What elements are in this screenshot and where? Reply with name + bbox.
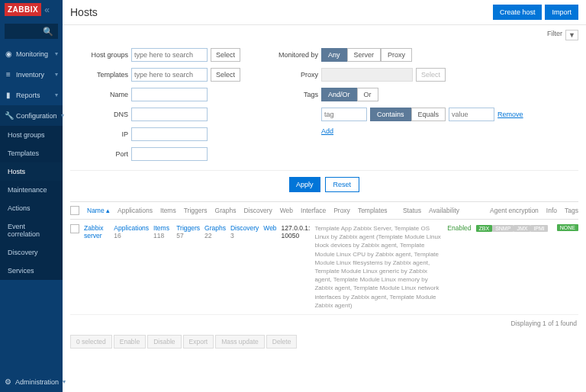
col-web: Web: [280, 207, 293, 214]
configuration-icon: 🔧: [5, 111, 12, 120]
graphs-cell[interactable]: Graphs 22: [204, 224, 226, 239]
logo: ZABBIX: [5, 3, 41, 16]
ipmi-badge: IPMI: [530, 225, 547, 232]
sidebar-item-actions[interactable]: Actions: [0, 199, 63, 217]
page-title: Hosts: [70, 6, 98, 18]
col-triggers: Triggers: [184, 207, 208, 214]
monitored-by-toggle: Any Server Proxy: [321, 48, 412, 62]
status-link[interactable]: Enabled: [447, 224, 471, 232]
name-input[interactable]: [131, 88, 208, 101]
sidebar-search[interactable]: 🔍: [5, 24, 58, 39]
col-discovery: Discovery: [243, 207, 272, 214]
bulk-enable-button: Enable: [114, 335, 146, 349]
jmx-badge: JMX: [514, 225, 530, 232]
label-tags: Tags: [263, 91, 318, 98]
apps-cell[interactable]: Applications 16: [114, 224, 149, 239]
sidebar-item-maintenance[interactable]: Maintenance: [0, 181, 63, 199]
tag-remove-link[interactable]: Remove: [497, 111, 523, 118]
col-status[interactable]: Status: [403, 207, 421, 214]
templates-cell[interactable]: Template App Zabbix Server, Template OS …: [314, 224, 443, 310]
templates-input[interactable]: [131, 68, 208, 82]
nav-monitoring[interactable]: ◉ Monitoring ▾: [0, 43, 63, 64]
web-cell[interactable]: Web: [263, 224, 276, 232]
host-groups-input[interactable]: [131, 48, 208, 62]
inventory-icon: ≡: [5, 70, 12, 79]
col-tags: Tags: [565, 207, 578, 214]
sidebar-item-services[interactable]: Services: [0, 262, 63, 280]
apply-button[interactable]: Apply: [289, 177, 320, 192]
port-input[interactable]: [131, 147, 208, 161]
bulk-selected: 0 selected: [70, 335, 112, 349]
toggle-andor[interactable]: And/Or: [321, 88, 357, 101]
col-proxy: Proxy: [333, 207, 350, 214]
tags-andor-toggle: And/Or Or: [321, 88, 378, 101]
table-header: Name ▴ Applications Items Triggers Graph…: [70, 201, 578, 220]
import-button[interactable]: Import: [545, 5, 578, 20]
chevron-down-icon: ▾: [55, 50, 58, 57]
toggle-or[interactable]: Or: [357, 88, 378, 101]
tag-name-input[interactable]: [321, 108, 367, 121]
label-monitored-by: Monitored by: [263, 51, 318, 59]
toggle-any[interactable]: Any: [321, 48, 347, 62]
label-host-groups: Host groups: [73, 51, 128, 59]
toggle-server[interactable]: Server: [347, 48, 382, 62]
create-host-button[interactable]: Create host: [493, 5, 543, 20]
filter-icon[interactable]: ▼: [565, 30, 578, 40]
col-info: Info: [546, 207, 557, 214]
nav-inventory-label: Inventory: [16, 71, 44, 79]
sidebar-item-host-groups[interactable]: Host groups: [0, 126, 63, 144]
label-dns: DNS: [73, 111, 128, 118]
filter-panel: Host groupsSelect TemplatesSelect Name D…: [63, 45, 586, 170]
sidebar: ZABBIX « 🔍 ◉ Monitoring ▾ ≡ Inventory ▾ …: [0, 0, 63, 392]
host-groups-select-button[interactable]: Select: [211, 48, 240, 62]
interface-cell: 127.0.0.1: 10050: [282, 224, 311, 239]
ip-input[interactable]: [131, 127, 208, 141]
reset-button[interactable]: Reset: [325, 177, 360, 192]
col-name[interactable]: Name ▴: [87, 207, 110, 214]
administration-icon: ⚙: [5, 378, 11, 386]
sidebar-item-discovery[interactable]: Discovery: [0, 243, 63, 262]
bulk-export-button: Export: [183, 335, 214, 349]
bulk-mass-update-button: Mass update: [215, 335, 265, 349]
tag-add-link[interactable]: Add: [321, 127, 333, 135]
bulk-disable-button: Disable: [147, 335, 181, 349]
nav-configuration[interactable]: 🔧 Configuration ▾: [0, 105, 63, 126]
proxy-input: [321, 68, 413, 82]
templates-select-button[interactable]: Select: [211, 68, 240, 82]
select-all-checkbox[interactable]: [70, 206, 79, 215]
sidebar-item-templates[interactable]: Templates: [0, 144, 63, 162]
tag-value-input[interactable]: [449, 108, 494, 121]
results-count: Displaying 1 of 1 found: [63, 315, 586, 332]
col-agent-encryption: Agent encryption: [490, 207, 539, 214]
sidebar-item-event-correlation[interactable]: Event correlation: [0, 217, 63, 243]
collapse-icon[interactable]: «: [44, 5, 50, 15]
chevron-down-icon: ▾: [55, 92, 58, 98]
toggle-proxy[interactable]: Proxy: [381, 48, 412, 62]
sidebar-item-hosts[interactable]: Hosts: [0, 162, 63, 181]
chevron-down-icon: ▾: [55, 71, 58, 78]
search-icon: 🔍: [43, 27, 53, 37]
triggers-cell[interactable]: Triggers 57: [176, 224, 200, 239]
items-cell[interactable]: Items 118: [153, 224, 172, 239]
snmp-badge: SNMP: [492, 225, 514, 232]
label-port: Port: [73, 150, 128, 158]
bulk-actions: 0 selected Enable Disable Export Mass up…: [63, 332, 586, 352]
host-name-link[interactable]: Zabbix server: [84, 224, 109, 239]
label-name: Name: [73, 91, 128, 98]
filter-label: Filter: [547, 30, 562, 40]
discovery-cell[interactable]: Discovery 3: [230, 224, 259, 239]
toggle-equals[interactable]: Equals: [411, 108, 446, 121]
main: Hosts Create host Import Filter ▼ Host g…: [63, 0, 586, 392]
tag-op-toggle: Contains Equals: [370, 108, 446, 121]
nav-administration[interactable]: ⚙ Administration ▾: [0, 371, 63, 392]
col-items: Items: [160, 207, 176, 214]
nav-reports[interactable]: ▮ Reports ▾: [0, 85, 63, 105]
encryption-badge: NONE: [557, 224, 578, 231]
nav-inventory[interactable]: ≡ Inventory ▾: [0, 64, 63, 85]
dns-input[interactable]: [131, 108, 208, 121]
col-graphs: Graphs: [215, 207, 237, 214]
toggle-contains[interactable]: Contains: [370, 108, 411, 121]
row-checkbox[interactable]: [70, 224, 79, 233]
reports-icon: ▮: [5, 91, 12, 99]
label-templates: Templates: [73, 71, 128, 79]
